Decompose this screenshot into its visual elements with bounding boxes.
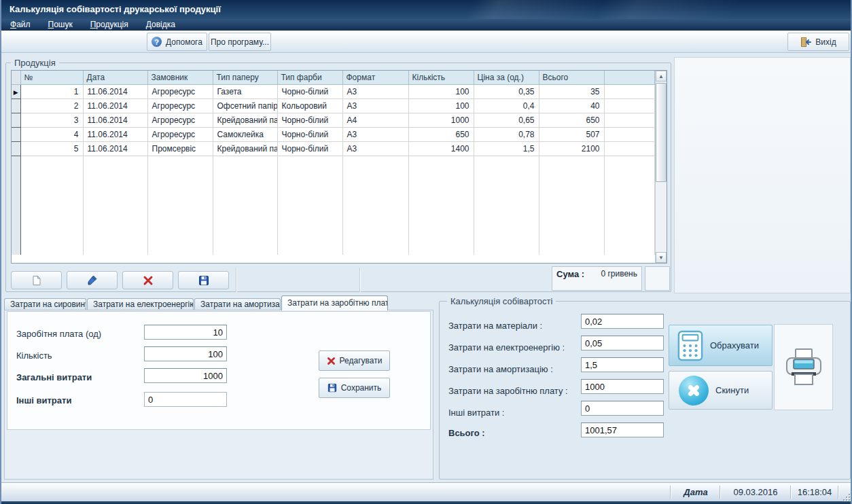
products-table: № Дата Замовник Тип паперу Тип фарби Фор… [12, 71, 655, 255]
status-date-label: Дата [673, 487, 719, 497]
save-record-button[interactable] [178, 271, 229, 289]
table-row[interactable]: 5 11.06.2014 Промсервіс Крейдований папі… [12, 141, 655, 156]
grand-total-label: Всього : [448, 428, 485, 438]
col-ink-type: Тип фарби [277, 71, 342, 84]
scrollbar-thumb[interactable] [656, 83, 667, 182]
sum-label: Сума : [556, 269, 584, 290]
new-document-icon [31, 275, 42, 286]
grand-total-input[interactable] [581, 422, 664, 437]
window-bottom-border [1, 501, 852, 504]
amortization-cost-label: Затрати на амортизацію : [448, 364, 553, 374]
col-paper-type: Тип паперу [213, 71, 277, 84]
current-row-indicator-icon: ▶ [14, 89, 18, 96]
col-format: Формат [342, 71, 408, 84]
materials-cost-label: Затрати на матеріали : [448, 321, 542, 331]
total-costs-label: Загальні витрати [16, 372, 92, 382]
print-button[interactable] [774, 324, 833, 410]
materials-cost-input[interactable] [581, 314, 664, 329]
help-button[interactable]: ? Допомога [147, 33, 207, 51]
calculate-button[interactable]: Обрахувати [669, 325, 773, 366]
delete-record-button[interactable] [122, 271, 173, 289]
tab-salary[interactable]: Затрати на заробітню плату [281, 295, 388, 310]
menu-help[interactable]: Довідка [137, 19, 184, 31]
window-title: Калькуляція собівартості друкарської про… [10, 4, 221, 14]
products-grid[interactable]: № Дата Замовник Тип паперу Тип фарби Фор… [11, 70, 667, 264]
products-group-title: Продукція [11, 58, 59, 67]
save-button[interactable]: Сохранить [319, 378, 390, 398]
add-record-button[interactable] [11, 271, 62, 289]
exit-door-icon [800, 37, 811, 48]
total-costs-input[interactable] [144, 368, 227, 383]
delete-x-icon [143, 275, 154, 286]
edit-button-label: Редагувати [340, 356, 383, 365]
floppy-disk-icon [198, 275, 209, 286]
status-date-value: 09.03.2016 [722, 487, 789, 497]
reset-x-icon [679, 376, 709, 406]
save-button-label: Сохранить [341, 383, 382, 393]
quantity-label: Кількість [16, 350, 52, 361]
status-time-value: 16:18:04 [792, 487, 837, 497]
calculate-button-label: Обрахувати [710, 340, 759, 350]
grid-vertical-scrollbar[interactable]: ▲ ▼ [655, 71, 667, 263]
tab-amortization[interactable]: Затрати на амортизацію [194, 298, 281, 310]
col-date: Дата [83, 71, 147, 84]
grid-indicator-header [12, 71, 20, 84]
grid-header-row: № Дата Замовник Тип паперу Тип фарби Фор… [12, 71, 655, 84]
title-bar: Калькуляція собівартості друкарської про… [1, 0, 852, 19]
calculation-group-title: Калькуляція собівартості [447, 297, 556, 306]
calculator-icon [677, 330, 703, 361]
salary-cost-label: Затрати на заробітню плату : [448, 386, 568, 396]
col-total: Всього [539, 71, 604, 84]
other-cost-input[interactable] [581, 401, 664, 416]
red-x-icon [327, 357, 336, 365]
exit-button-label: Вихід [815, 37, 836, 47]
tab-electricity[interactable]: Затрати на електроенергію [87, 298, 194, 310]
tab-raw-materials[interactable]: Затрати на сировину [4, 298, 86, 310]
status-bar: Дата 09.03.2016 16:18:04 [1, 482, 852, 501]
reset-button-label: Скинути [715, 385, 749, 395]
salary-per-unit-label: Заробітня плата (од) [16, 329, 101, 339]
help-icon: ? [152, 37, 162, 47]
table-row[interactable]: 3 11.06.2014 Агроресурс Крейдований папі… [12, 113, 655, 127]
resize-grip[interactable] [842, 492, 850, 501]
edit-button[interactable]: Редагувати [319, 350, 390, 371]
col-quantity: Кількість [408, 71, 474, 84]
table-row[interactable]: 4 11.06.2014 Агроресурс Самоклейка Чорно… [12, 127, 655, 141]
electricity-cost-input[interactable] [581, 336, 664, 350]
scroll-down-icon[interactable]: ▼ [656, 252, 667, 263]
exit-button[interactable]: Вихід [787, 33, 849, 51]
amortization-cost-input[interactable] [581, 357, 664, 372]
printer-icon [783, 348, 825, 387]
other-cost-label: Інші витрати : [448, 408, 504, 418]
electricity-cost-label: Затрати на електроенергію : [448, 342, 565, 353]
table-row[interactable]: ▶ 1 11.06.2014 Агроресурс Газета Чорно-б… [12, 84, 655, 98]
menu-products[interactable]: Продукція [82, 19, 137, 31]
other-costs-label: Інші витрати [16, 395, 71, 406]
salary-cost-input[interactable] [581, 379, 664, 394]
col-customer: Замовник [147, 71, 213, 84]
col-unit-price: Ціна за (од.) [474, 71, 539, 84]
quantity-input[interactable] [144, 346, 227, 361]
toolbar-separator [359, 268, 360, 292]
menu-search[interactable]: Пошук [39, 19, 82, 31]
about-button-label: Про програму... [211, 37, 269, 47]
about-button[interactable]: Про програму... [209, 33, 271, 51]
col-filler [604, 71, 655, 84]
scroll-up-icon[interactable]: ▲ [656, 71, 667, 82]
empty-side-panel [645, 266, 670, 291]
toolbar-separator [236, 268, 236, 292]
right-blank-panel [674, 57, 851, 293]
menu-bar: Файл Пошук Продукція Довідка [1, 19, 852, 31]
table-row[interactable]: 2 11.06.2014 Агроресурс Офсетний папір К… [12, 98, 655, 113]
sum-panel: Сума : 0 гривень [552, 266, 642, 291]
grid-empty-area [12, 156, 655, 255]
other-costs-input[interactable] [144, 392, 227, 407]
edit-record-button[interactable] [67, 271, 118, 289]
app-window: Калькуляція собівартості друкарської про… [0, 0, 852, 504]
menu-file[interactable]: Файл [1, 19, 39, 31]
floppy-disk-icon [327, 383, 337, 393]
reset-button[interactable]: Скинути [669, 371, 773, 410]
help-button-label: Допомога [166, 37, 202, 47]
pen-icon [86, 274, 98, 286]
salary-per-unit-input[interactable] [144, 325, 227, 340]
